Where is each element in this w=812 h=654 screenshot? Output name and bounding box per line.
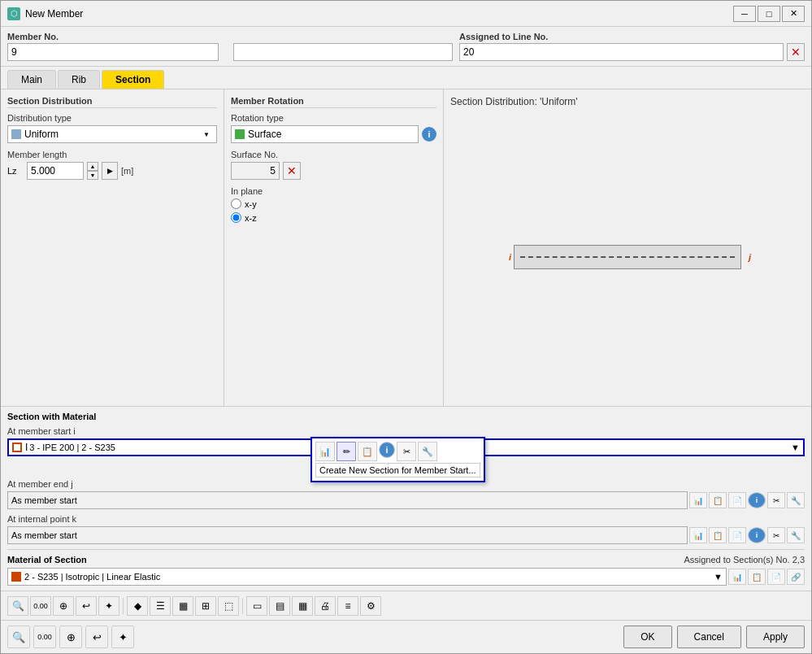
end-copy-button[interactable]: 📋 bbox=[709, 492, 727, 508]
minimize-button[interactable]: ─ bbox=[733, 6, 756, 22]
toolbar-menu-button[interactable]: ≡ bbox=[337, 596, 358, 616]
tabs-bar: Main Rib Section bbox=[1, 67, 811, 89]
int-settings-button[interactable]: 🔧 bbox=[787, 527, 805, 543]
mat-table-button[interactable]: 📊 bbox=[728, 569, 746, 585]
surface-no-group: Surface No. ✕ bbox=[231, 150, 436, 180]
distribution-type-group: Distribution type Uniform ▼ bbox=[7, 113, 217, 143]
lz-down-button[interactable]: ▼ bbox=[87, 171, 98, 180]
toolbar-zoom-button[interactable]: 🔍 bbox=[7, 596, 28, 616]
apply-button[interactable]: Apply bbox=[746, 626, 805, 648]
int-paste-button[interactable]: 📄 bbox=[728, 527, 746, 543]
at-internal-dropdown[interactable]: As member start bbox=[7, 526, 688, 544]
toolbar-box-button[interactable]: ⊞ bbox=[195, 596, 216, 616]
tab-rib[interactable]: Rib bbox=[58, 70, 100, 89]
end-cut-button[interactable]: ✂ bbox=[767, 492, 785, 508]
action-node-button[interactable]: ⊕ bbox=[59, 626, 82, 648]
popup-cut-button[interactable]: ✂ bbox=[397, 442, 416, 461]
beam-dashed-line bbox=[520, 256, 735, 258]
node-i-label: i bbox=[509, 252, 511, 262]
middle-input[interactable] bbox=[233, 43, 453, 61]
toolbar-star-button[interactable]: ✦ bbox=[98, 596, 119, 616]
toolbar-popup: 📊 ✏ 📋 i ✂ 🔧 Create New Section for Membe… bbox=[310, 437, 485, 482]
action-value-button[interactable]: 0.00 bbox=[33, 626, 56, 648]
surface-no-input[interactable] bbox=[231, 162, 280, 180]
int-info-button[interactable]: i bbox=[748, 527, 766, 543]
section-distribution-panel: Section Distribution Distribution type U… bbox=[7, 96, 217, 186]
member-no-input[interactable] bbox=[7, 43, 219, 61]
cancel-button[interactable]: Cancel bbox=[677, 626, 741, 648]
distribution-type-dropdown[interactable]: Uniform ▼ bbox=[7, 125, 217, 143]
int-cut-button[interactable]: ✂ bbox=[767, 527, 785, 543]
sw-header: Section with Material bbox=[7, 412, 805, 421]
surface-delete-button[interactable]: ✕ bbox=[283, 162, 301, 180]
lz-up-button[interactable]: ▲ bbox=[87, 162, 98, 171]
toolbar-grid-button[interactable]: ▦ bbox=[172, 596, 193, 616]
at-end-toolbar: 📊 📋 📄 i ✂ 🔧 bbox=[689, 492, 805, 508]
maximize-button[interactable]: □ bbox=[758, 6, 780, 22]
member-length-group: Member length Lz ▲ ▼ ▶ [m] bbox=[7, 150, 217, 180]
rotation-type-dropdown[interactable]: Surface bbox=[231, 125, 419, 143]
at-end-value: As member start bbox=[11, 495, 77, 505]
int-copy-button[interactable]: 📋 bbox=[709, 527, 727, 543]
popup-info-button[interactable]: i bbox=[379, 442, 395, 458]
rotation-dropdown-inner: Surface bbox=[235, 129, 415, 140]
lz-next-button[interactable]: ▶ bbox=[102, 162, 118, 180]
popup-section-table-button[interactable]: 📊 bbox=[315, 442, 335, 461]
section-dist-diagram-label: Section Distribution: 'Uniform' bbox=[450, 96, 805, 107]
tab-section[interactable]: Section bbox=[102, 70, 164, 89]
at-internal-toolbar: 📊 📋 📄 i ✂ 🔧 bbox=[689, 527, 805, 543]
material-dropdown[interactable]: 2 - S235 | Isotropic | Linear Elastic ▼ bbox=[7, 568, 727, 586]
lz-row: Lz ▲ ▼ ▶ [m] bbox=[7, 162, 217, 180]
radio-xz[interactable]: x-z bbox=[231, 212, 436, 223]
action-search-button[interactable]: 🔍 bbox=[7, 626, 30, 648]
end-table-button[interactable]: 📊 bbox=[689, 492, 707, 508]
mat-reassign-button[interactable]: 🔗 bbox=[787, 569, 805, 585]
ok-button[interactable]: OK bbox=[623, 626, 671, 648]
bottom-toolbar: 🔍 0.00 ⊕ ↩ ✦ ◆ ☰ ▦ ⊞ ⬚ ▭ ▤ ▦ 🖨 ≡ ⚙ bbox=[1, 591, 811, 620]
rotation-type-row: Surface i bbox=[231, 125, 436, 143]
toolbar-undo-button[interactable]: ↩ bbox=[76, 596, 97, 616]
end-settings-button[interactable]: 🔧 bbox=[787, 492, 805, 508]
section-with-material: Section with Material At member start i … bbox=[7, 412, 805, 544]
toolbar-value-button[interactable]: 0.00 bbox=[30, 596, 51, 616]
in-plane-group: In plane x-y x-z bbox=[231, 186, 436, 223]
toolbar-table-button[interactable]: ▤ bbox=[269, 596, 290, 616]
toolbar-list-button[interactable]: ☰ bbox=[150, 596, 171, 616]
at-end-input-group: As member start 📊 📋 📄 i ✂ 🔧 bbox=[7, 491, 805, 509]
left-panel: Section Distribution Distribution type U… bbox=[1, 89, 224, 406]
mat-copy-button[interactable]: 📋 bbox=[748, 569, 766, 585]
radio-group: x-y x-z bbox=[231, 198, 436, 223]
action-star-button[interactable]: ✦ bbox=[111, 626, 134, 648]
toolbar-pattern-button[interactable]: ▦ bbox=[292, 596, 313, 616]
toolbar-diamond-button[interactable]: ◆ bbox=[127, 596, 148, 616]
lz-label: Lz bbox=[7, 166, 24, 176]
mat-paste-button[interactable]: 📄 bbox=[767, 569, 785, 585]
tab-main[interactable]: Main bbox=[7, 70, 56, 89]
toolbar-rect-button[interactable]: ⬚ bbox=[218, 596, 239, 616]
toolbar-line-button[interactable]: ▭ bbox=[246, 596, 267, 616]
close-button[interactable]: ✕ bbox=[782, 6, 805, 22]
radio-xy[interactable]: x-y bbox=[231, 198, 436, 209]
radio-xy-input[interactable] bbox=[231, 198, 241, 209]
toolbar-add-button[interactable]: ⊕ bbox=[53, 596, 74, 616]
popup-new-section-button[interactable]: ✏ bbox=[337, 442, 356, 461]
in-plane-label: In plane bbox=[231, 186, 436, 196]
beam-diagram: i j bbox=[514, 233, 741, 281]
rotation-info-button[interactable]: i bbox=[422, 127, 436, 142]
action-refresh-button[interactable]: ↩ bbox=[85, 626, 108, 648]
toolbar-print-button[interactable]: 🖨 bbox=[315, 596, 336, 616]
line-no-input[interactable] bbox=[459, 43, 784, 61]
radio-xz-input[interactable] bbox=[231, 212, 241, 223]
toolbar-settings-button[interactable]: ⚙ bbox=[360, 596, 381, 616]
end-info-button[interactable]: i bbox=[748, 492, 766, 508]
section-distribution-header: Section Distribution bbox=[7, 96, 217, 108]
int-table-button[interactable]: 📊 bbox=[689, 527, 707, 543]
delete-line-button[interactable]: ✕ bbox=[787, 43, 805, 61]
end-paste-button[interactable]: 📄 bbox=[728, 492, 746, 508]
popup-settings-button[interactable]: 🔧 bbox=[418, 442, 437, 461]
lz-input[interactable] bbox=[27, 162, 84, 180]
popup-copy-button[interactable]: 📋 bbox=[358, 442, 377, 461]
window-title: New Member bbox=[25, 8, 728, 20]
at-end-dropdown[interactable]: As member start bbox=[7, 491, 688, 509]
material-row: 2 - S235 | Isotropic | Linear Elastic ▼ … bbox=[7, 568, 805, 586]
